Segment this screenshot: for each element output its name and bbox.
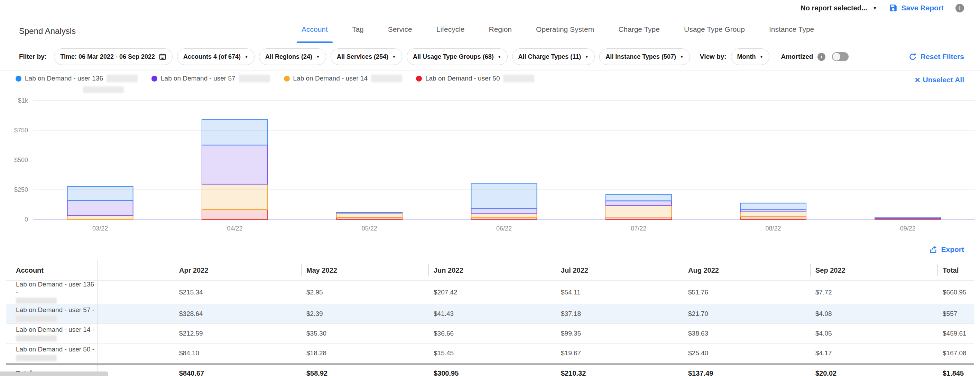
bar-segment-lab-on-demand-user-136-05-22[interactable]	[336, 212, 402, 213]
bar-segment-lab-on-demand-user-136-09-22[interactable]	[875, 217, 940, 218]
value-cell: $660.95	[937, 281, 974, 304]
bar-segment-lab-on-demand-user-14-06-22[interactable]	[471, 213, 537, 218]
chevron-down-icon: ▼	[392, 55, 396, 59]
filter-pill-regions[interactable]: All Regions (24)▼	[259, 48, 326, 65]
page-title: Spend Analysis	[19, 26, 76, 36]
save-report-button[interactable]: Save Report	[889, 3, 944, 13]
unselect-all-label: Unselect All	[923, 76, 964, 84]
bar-segment-lab-on-demand-user-14-03-22[interactable]	[67, 215, 133, 219]
bar-segment-lab-on-demand-user-136-03-22[interactable]	[67, 187, 133, 200]
filter-pill-time[interactable]: Time: 06 Mar 2022 - 06 Sep 2022	[54, 48, 173, 65]
account-cell: Lab on Demand - user 14 -	[6, 324, 98, 343]
filter-pill-charge-types[interactable]: All Charge Types (11)▼	[512, 48, 595, 65]
reset-filters-button[interactable]: Reset Filters	[908, 52, 964, 61]
export-button[interactable]: Export	[929, 245, 964, 254]
account-name: Lab on Demand - user 136 -	[16, 281, 97, 296]
bar-segment-lab-on-demand-user-136-04-22[interactable]	[202, 120, 268, 145]
toggle-knob	[833, 53, 840, 60]
view-by-label: View by:	[700, 53, 727, 60]
refresh-icon	[908, 52, 917, 61]
table-spacer-cell	[98, 304, 174, 324]
bar-segment-lab-on-demand-user-50-04-22[interactable]	[202, 209, 268, 219]
filter-pill-usage-type-groups[interactable]: All Usage Type Groups (68)▼	[407, 48, 508, 65]
bar-segment-lab-on-demand-user-50-08-22[interactable]	[740, 216, 806, 219]
bar-segment-lab-on-demand-user-136-06-22[interactable]	[471, 184, 537, 208]
bar-segment-lab-on-demand-user-136-07-22[interactable]	[606, 195, 671, 201]
column-header-jun-2022[interactable]: Jun 2022	[428, 260, 556, 280]
legend-item-lab-on-demand-user-50[interactable]: Lab on Demand - user 50	[416, 75, 534, 82]
tab-usage-type-group[interactable]: Usage Type Group	[682, 16, 746, 43]
column-header-sep-2022[interactable]: Sep 2022	[810, 260, 937, 280]
tab-operating-system[interactable]: Operating System	[535, 16, 595, 43]
column-header-apr-2022[interactable]: Apr 2022	[174, 260, 301, 280]
account-name: Lab on Demand - user 57 -	[16, 306, 97, 314]
column-header-may-2022[interactable]: May 2022	[301, 260, 428, 280]
bar-segment-lab-on-demand-user-14-07-22[interactable]	[606, 205, 671, 217]
view-by-dropdown[interactable]: Month ▼	[731, 48, 770, 65]
bar-segment-lab-on-demand-user-57-06-22[interactable]	[471, 208, 537, 213]
tab-service[interactable]: Service	[387, 16, 414, 43]
report-selector-value: No report selected...	[800, 4, 867, 12]
table-spacer-cell	[98, 281, 174, 304]
bar-segment-lab-on-demand-user-14-04-22[interactable]	[202, 184, 268, 209]
tab-charge-type[interactable]: Charge Type	[617, 16, 661, 43]
filter-by-label: Filter by:	[19, 53, 47, 60]
redacted-text	[503, 75, 534, 82]
bar-segment-lab-on-demand-user-50-07-22[interactable]	[606, 217, 671, 219]
filter-pill-label: All Charge Types (11)	[519, 53, 581, 60]
legend-item-label: Lab on Demand - user 136	[25, 75, 103, 82]
table-header-row: AccountApr 2022May 2022Jun 2022Jul 2022A…	[6, 260, 974, 281]
bar-segment-lab-on-demand-user-57-07-22[interactable]	[606, 201, 671, 205]
column-header-jul-2022[interactable]: Jul 2022	[556, 260, 683, 280]
table-spacer-cell	[98, 260, 174, 280]
legend-item-lab-on-demand-user-14[interactable]: Lab on Demand - user 14	[284, 75, 402, 82]
redacted-text	[239, 75, 270, 82]
legend-item-lab-on-demand-user-57[interactable]: Lab on Demand - user 57	[151, 75, 270, 82]
chevron-down-icon: ▼	[760, 55, 764, 59]
redacted-text	[16, 335, 57, 341]
tab-account[interactable]: Account	[300, 16, 329, 43]
bar-segment-lab-on-demand-user-57-08-22[interactable]	[740, 209, 806, 212]
tab-tag[interactable]: Tag	[351, 16, 365, 43]
bar-segment-lab-on-demand-user-57-03-22[interactable]	[67, 200, 133, 215]
legend-item-lab-on-demand-user-136[interactable]: Lab on Demand - user 136	[16, 75, 138, 82]
column-header-aug-2022[interactable]: Aug 2022	[683, 260, 810, 280]
unselect-all-button[interactable]: × Unselect All	[915, 75, 964, 84]
redacted-text	[371, 75, 402, 82]
view-by-value: Month	[737, 53, 756, 60]
info-icon[interactable]: i	[818, 53, 826, 61]
filter-pill-services[interactable]: All Services (254)▼	[331, 48, 402, 65]
filter-pill-label: Accounts 4 (of 674)	[183, 53, 241, 60]
report-selector-dropdown[interactable]: No report selected... ▼	[800, 4, 877, 12]
bar-segment-lab-on-demand-user-14-05-22[interactable]	[336, 213, 402, 217]
y-axis-tick-label: $750	[14, 127, 28, 134]
chevron-down-icon: ▼	[585, 55, 589, 59]
account-name: Lab on Demand - user 50 -	[16, 346, 97, 353]
tab-lifecycle[interactable]: Lifecycle	[435, 16, 466, 43]
bar-segment-lab-on-demand-user-14-08-22[interactable]	[740, 212, 806, 216]
tab-instance-type[interactable]: Instance Type	[768, 16, 815, 43]
value-cell: $18.28	[301, 344, 428, 363]
column-tick	[301, 264, 302, 276]
tab-region[interactable]: Region	[487, 16, 513, 43]
value-cell: $215.34	[174, 281, 301, 304]
account-cell: Lab on Demand - user 136 -	[6, 281, 98, 304]
value-cell: $84.10	[174, 344, 301, 363]
column-header-account[interactable]: Account	[6, 260, 98, 280]
amortized-toggle[interactable]	[832, 52, 849, 61]
chevron-down-icon: ▼	[680, 55, 684, 59]
legend-item-label: Lab on Demand - user 57	[161, 75, 235, 82]
chart-legend: Lab on Demand - user 136Lab on Demand - …	[16, 75, 534, 82]
value-cell: $41.43	[428, 304, 556, 324]
bar-segment-lab-on-demand-user-57-04-22[interactable]	[202, 145, 268, 184]
value-cell: $99.35	[556, 324, 683, 343]
filter-pill-instance-types[interactable]: All Instance Types (507)▼	[599, 48, 690, 65]
table-spacer-cell	[98, 365, 174, 376]
info-icon[interactable]: i	[955, 4, 964, 13]
table-row: Lab on Demand - user 14 -$212.59$35.30$3…	[6, 324, 974, 344]
column-header-label: May 2022	[306, 267, 337, 274]
value-cell: $4.17	[810, 344, 937, 363]
bar-segment-lab-on-demand-user-136-08-22[interactable]	[740, 203, 806, 209]
column-header-total[interactable]: Total	[937, 260, 974, 280]
filter-pill-accounts[interactable]: Accounts 4 (of 674)▼	[177, 48, 255, 65]
